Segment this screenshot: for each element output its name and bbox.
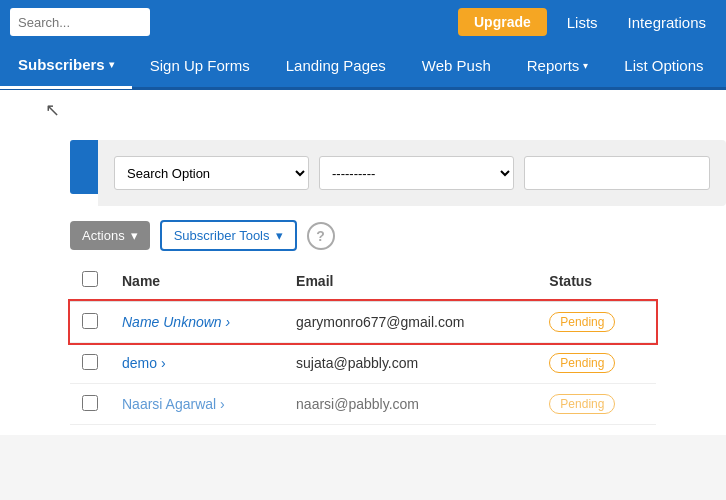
table-row: Name Unknown ›garymonro677@gmail.comPend… [70,301,656,343]
nav-item-subscribers[interactable]: Subscribers ▾ [0,43,132,89]
nav-label-subscribers: Subscribers [18,56,105,73]
row-status-cell: Pending [537,343,656,384]
nav-label-signup-forms: Sign Up Forms [150,57,250,74]
row-name-cell: demo › [110,343,284,384]
nav-label-landing-pages: Landing Pages [286,57,386,74]
search-option-select[interactable]: Search Option Email Name Status [114,156,309,190]
cursor-icon: ↖ [45,99,60,121]
row-checkbox-cell [70,343,110,384]
upgrade-button[interactable]: Upgrade [458,8,547,36]
table-row: Naarsi Agarwal ›naarsi@pabbly.comPending [70,384,656,425]
row-status-cell: Pending [537,301,656,343]
row-checkbox-cell [70,301,110,343]
content-area: Search Option Email Name Status --------… [0,130,726,435]
status-badge: Pending [549,312,615,332]
lists-link[interactable]: Lists [557,14,608,31]
help-button[interactable]: ? [307,222,335,250]
row-email-cell: garymonro677@gmail.com [284,301,537,343]
subscribers-table: Name Email Status Name Unknown ›garymonr… [70,261,656,425]
actions-label: Actions [82,228,125,243]
top-search-input[interactable] [10,8,150,36]
nav-item-landing-pages[interactable]: Landing Pages [268,43,404,89]
subscriber-name-link[interactable]: Name Unknown › [122,314,230,330]
name-column-header: Name [110,261,284,301]
row-name-cell: Name Unknown › [110,301,284,343]
select-all-checkbox[interactable] [82,271,98,287]
nav-bar: Subscribers ▾ Sign Up Forms Landing Page… [0,44,726,90]
table-row: demo ›sujata@pabbly.comPending [70,343,656,384]
nav-item-list-options[interactable]: List Options [606,43,721,89]
status-column-header: Status [537,261,656,301]
cursor-area: ↖ [0,90,726,130]
nav-label-web-push: Web Push [422,57,491,74]
row-checkbox[interactable] [82,313,98,329]
row-status-cell: Pending [537,384,656,425]
subscriber-tools-button[interactable]: Subscriber Tools ▾ [160,220,297,251]
subscriber-tools-label: Subscriber Tools [174,228,270,243]
integrations-link[interactable]: Integrations [618,14,716,31]
filter-section: Search Option Email Name Status --------… [98,140,726,206]
chevron-down-icon-sub-tools: ▾ [276,228,283,243]
row-name-cell: Naarsi Agarwal › [110,384,284,425]
chevron-down-icon-reports: ▾ [583,60,588,71]
nav-label-reports: Reports [527,57,580,74]
subscribers-table-container: Name Email Status Name Unknown ›garymonr… [0,261,726,425]
table-header-row: Name Email Status [70,261,656,301]
select-all-header [70,261,110,301]
row-checkbox[interactable] [82,354,98,370]
chevron-down-icon: ▾ [109,59,114,70]
toolbar-row: Actions ▾ Subscriber Tools ▾ ? [0,206,726,261]
chevron-down-icon-actions: ▾ [131,228,138,243]
nav-item-reports[interactable]: Reports ▾ [509,43,607,89]
subscriber-name-link[interactable]: Naarsi Agarwal › [122,396,225,412]
row-checkbox-cell [70,384,110,425]
status-badge: Pending [549,353,615,373]
top-bar: Upgrade Lists Integrations [0,0,726,44]
status-badge: Pending [549,394,615,414]
actions-button[interactable]: Actions ▾ [70,221,150,250]
nav-item-web-push[interactable]: Web Push [404,43,509,89]
condition-select[interactable]: ---------- Equals Contains Starts With [319,156,514,190]
nav-item-signup-forms[interactable]: Sign Up Forms [132,43,268,89]
row-checkbox[interactable] [82,395,98,411]
row-email-cell: naarsi@pabbly.com [284,384,537,425]
filter-value-input[interactable] [524,156,710,190]
row-email-cell: sujata@pabbly.com [284,343,537,384]
nav-label-list-options: List Options [624,57,703,74]
subscriber-name-link[interactable]: demo › [122,355,166,371]
help-icon: ? [316,228,325,244]
email-column-header: Email [284,261,537,301]
